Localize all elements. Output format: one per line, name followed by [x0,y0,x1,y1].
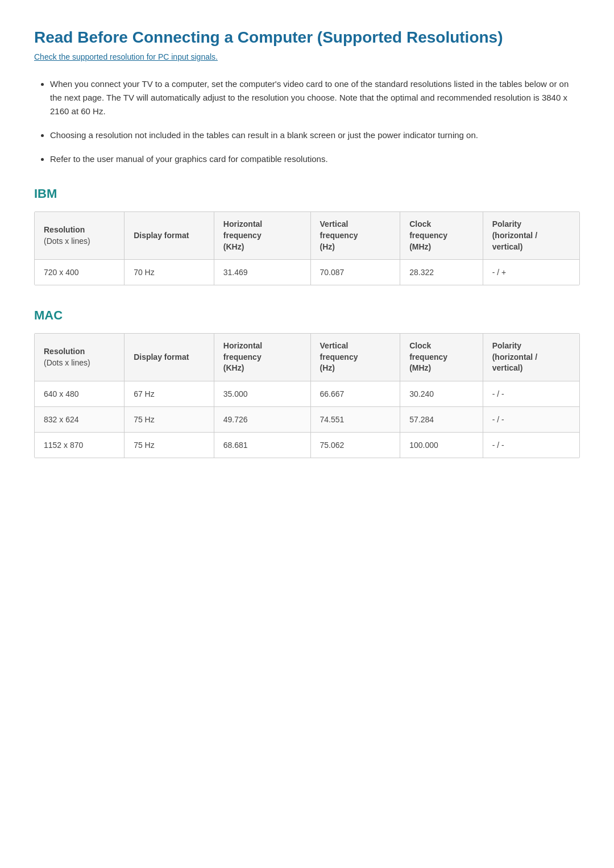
page-subtitle: Check the supported resolution for PC in… [34,52,580,61]
ibm-col-display-format: Display format [125,212,214,259]
bullet-item-1: When you connect your TV to a computer, … [50,77,580,118]
bullet-item-2: Choosing a resolution not included in th… [50,128,580,142]
table-cell-vertical_freq: 75.062 [310,432,400,458]
table-cell-clock_freq: 30.240 [400,381,483,406]
table-cell-clock_freq: 28.322 [400,260,483,285]
table-cell-display_format: 75 Hz [125,432,214,458]
mac-col-vert-freq: Verticalfrequency(Hz) [310,334,400,381]
mac-col-polarity: Polarity(horizontal /vertical) [483,334,579,381]
table-cell-horizontal_freq: 31.469 [214,260,310,285]
table-cell-horizontal_freq: 49.726 [214,406,310,432]
page-title: Read Before Connecting a Computer (Suppo… [34,27,580,48]
table-row: 640 x 48067 Hz35.00066.66730.240- / - [35,381,579,406]
table-cell-resolution: 832 x 624 [35,406,125,432]
ibm-table-header-row: Resolution(Dots x lines) Display format … [35,212,579,259]
ibm-table: Resolution(Dots x lines) Display format … [35,212,579,285]
table-cell-clock_freq: 57.284 [400,406,483,432]
table-cell-display_format: 67 Hz [125,381,214,406]
table-row: 720 x 40070 Hz31.46970.08728.322- / + [35,260,579,285]
ibm-table-body: 720 x 40070 Hz31.46970.08728.322- / + [35,260,579,285]
ibm-col-vert-freq: Verticalfrequency(Hz) [310,212,400,259]
ibm-col-clock-freq: Clockfrequency(MHz) [400,212,483,259]
mac-table-body: 640 x 48067 Hz35.00066.66730.240- / -832… [35,381,579,458]
table-row: 832 x 62475 Hz49.72674.55157.284- / - [35,406,579,432]
mac-col-display-format: Display format [125,334,214,381]
mac-col-horiz-freq: Horizontalfrequency(KHz) [214,334,310,381]
mac-table: Resolution(Dots x lines) Display format … [35,334,579,458]
table-cell-display_format: 75 Hz [125,406,214,432]
table-cell-polarity: - / - [483,432,579,458]
table-row: 1152 x 87075 Hz68.68175.062100.000- / - [35,432,579,458]
bullet-item-3: Refer to the user manual of your graphic… [50,152,580,166]
table-cell-horizontal_freq: 35.000 [214,381,310,406]
mac-col-resolution: Resolution(Dots x lines) [35,334,125,381]
bullet-list: When you connect your TV to a computer, … [34,77,580,166]
table-cell-clock_freq: 100.000 [400,432,483,458]
table-cell-vertical_freq: 70.087 [310,260,400,285]
ibm-col-resolution: Resolution(Dots x lines) [35,212,125,259]
mac-col-clock-freq: Clockfrequency(MHz) [400,334,483,381]
mac-table-header-row: Resolution(Dots x lines) Display format … [35,334,579,381]
mac-section-title: MAC [34,308,580,323]
table-cell-vertical_freq: 66.667 [310,381,400,406]
table-cell-resolution: 720 x 400 [35,260,125,285]
table-cell-polarity: - / - [483,406,579,432]
table-cell-polarity: - / + [483,260,579,285]
ibm-col-polarity: Polarity(horizontal /vertical) [483,212,579,259]
mac-table-wrapper: Resolution(Dots x lines) Display format … [34,333,580,458]
table-cell-display_format: 70 Hz [125,260,214,285]
table-cell-horizontal_freq: 68.681 [214,432,310,458]
table-cell-resolution: 1152 x 870 [35,432,125,458]
table-cell-polarity: - / - [483,381,579,406]
ibm-col-horiz-freq: Horizontalfrequency(KHz) [214,212,310,259]
table-cell-vertical_freq: 74.551 [310,406,400,432]
ibm-section-title: IBM [34,186,580,201]
ibm-table-wrapper: Resolution(Dots x lines) Display format … [34,211,580,285]
table-cell-resolution: 640 x 480 [35,381,125,406]
